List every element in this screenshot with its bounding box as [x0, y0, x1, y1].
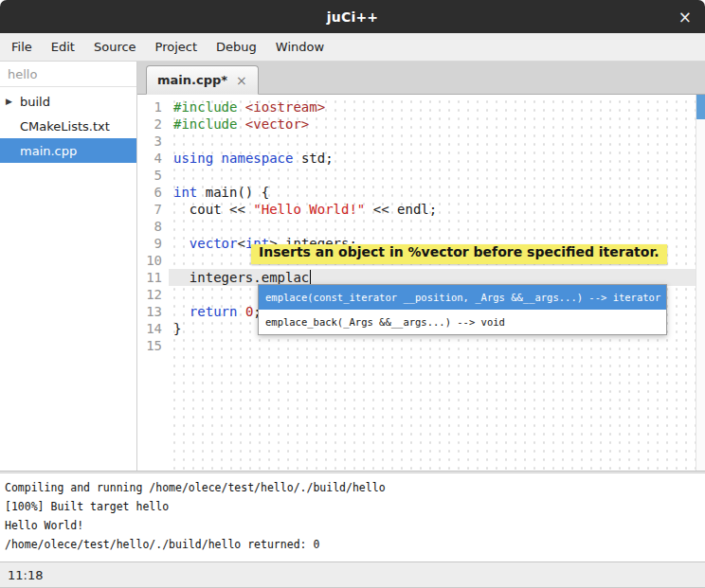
- line-number: 9: [137, 235, 162, 252]
- tab-label: main.cpp*: [157, 73, 227, 87]
- titlebar: juCi++ ×: [0, 0, 705, 33]
- scrollbar-thumb[interactable]: [696, 95, 705, 119]
- file-tree-item-build[interactable]: ▶build: [0, 89, 136, 114]
- code-token: using: [173, 151, 213, 166]
- output-line: /home/olece/test/hello/./build/hello ret…: [5, 535, 700, 554]
- jucipp-window: juCi++ × FileEditSourceProjectDebugWindo…: [0, 0, 705, 588]
- code-token: integers.emplac: [173, 270, 309, 285]
- line-number: 10: [137, 252, 162, 269]
- menu-item-debug[interactable]: Debug: [207, 33, 266, 61]
- code-line-4[interactable]: using namespace std;: [169, 150, 696, 167]
- menu-item-project[interactable]: Project: [146, 33, 207, 61]
- code-editor[interactable]: 123456789101112131415 #include <iostream…: [137, 95, 705, 471]
- line-number: 2: [137, 116, 162, 133]
- code-token: [237, 304, 244, 319]
- autocomplete-item-1[interactable]: emplace_back(_Args &&__args...) --> void: [259, 310, 666, 334]
- code-token: <iostream>: [245, 99, 325, 115]
- code-token: #include: [173, 116, 245, 132]
- line-number: 12: [137, 286, 162, 303]
- tab-bar: main.cpp* ×: [137, 62, 705, 95]
- line-number: 7: [137, 201, 162, 218]
- code-token: return: [190, 304, 238, 319]
- file-tree-label: main.cpp: [20, 144, 77, 158]
- code-token: std;: [293, 151, 333, 166]
- text-caret: [310, 270, 311, 284]
- main-area: hello ▶buildCMakeLists.txtmain.cpp main.…: [0, 62, 705, 471]
- menu-item-edit[interactable]: Edit: [42, 33, 84, 61]
- autocomplete-item-0[interactable]: emplace(const_iterator __position, _Args…: [259, 285, 666, 310]
- code-token: main() {: [197, 185, 269, 200]
- line-number: 3: [137, 133, 162, 150]
- line-number: 5: [137, 167, 162, 184]
- gutter: 123456789101112131415: [137, 95, 169, 471]
- file-tree-item-main-cpp[interactable]: main.cpp: [0, 138, 136, 163]
- code-line-8[interactable]: [169, 218, 696, 235]
- code-token: [173, 236, 190, 251]
- output-line: Compiling and running /home/olece/test/h…: [5, 478, 700, 497]
- code-line-6[interactable]: int main() {: [169, 184, 696, 201]
- editor-scrollbar[interactable]: [696, 95, 705, 471]
- code-token: cout <<: [173, 202, 253, 217]
- tab-close-icon[interactable]: ×: [236, 73, 247, 88]
- editor-column: main.cpp* × 123456789101112131415 #inclu…: [137, 62, 705, 471]
- output-panel[interactable]: Compiling and running /home/olece/test/h…: [0, 473, 705, 561]
- code-token: int: [173, 185, 197, 200]
- menubar: FileEditSourceProjectDebugWindow: [0, 33, 705, 62]
- menu-item-window[interactable]: Window: [266, 33, 334, 61]
- line-number: 4: [137, 150, 162, 167]
- code-line-2[interactable]: #include <vector>: [169, 116, 696, 133]
- line-number: 8: [137, 218, 162, 235]
- expander-icon[interactable]: ▶: [6, 97, 20, 106]
- autocomplete-popup: emplace(const_iterator __position, _Args…: [258, 284, 667, 335]
- file-tree-panel: hello ▶buildCMakeLists.txtmain.cpp: [0, 62, 137, 471]
- code-line-15[interactable]: [169, 337, 696, 354]
- doc-tooltip: Inserts an object in %vector before spec…: [251, 244, 667, 264]
- code-line-1[interactable]: #include <iostream>: [169, 98, 696, 116]
- window-title: juCi++: [327, 9, 379, 25]
- project-name: hello: [0, 62, 136, 87]
- code-line-5[interactable]: [169, 167, 696, 184]
- file-tree-label: build: [20, 95, 50, 109]
- code-token: "Hello World!": [253, 202, 365, 217]
- code-token: <: [237, 236, 244, 251]
- status-bar: 11:18: [0, 561, 705, 587]
- output-line: Hello World!: [5, 516, 700, 535]
- code-token: <vector>: [245, 116, 309, 132]
- file-tree-label: CMakeLists.txt: [20, 119, 110, 134]
- line-number: 15: [137, 337, 162, 354]
- line-number: 6: [137, 184, 162, 201]
- code-token: [213, 151, 221, 166]
- tab-main-cpp[interactable]: main.cpp* ×: [146, 65, 259, 95]
- file-tree-item-cmakelists-txt[interactable]: CMakeLists.txt: [0, 114, 136, 138]
- cursor-position: 11:18: [8, 568, 43, 582]
- file-tree: ▶buildCMakeLists.txtmain.cpp: [0, 87, 136, 163]
- code-token: }: [173, 321, 181, 336]
- code-token: namespace: [222, 151, 294, 166]
- line-number: 1: [137, 98, 162, 116]
- line-number: 11: [137, 269, 162, 286]
- window-close-icon[interactable]: ×: [678, 9, 692, 25]
- menu-item-file[interactable]: File: [2, 33, 42, 61]
- code-line-7[interactable]: cout << "Hello World!" << endl;: [169, 201, 696, 218]
- code-area[interactable]: #include <iostream>#include <vector>usin…: [169, 95, 696, 471]
- code-line-3[interactable]: [169, 133, 696, 150]
- code-token: [173, 304, 190, 319]
- line-number: 14: [137, 320, 162, 337]
- code-token: #include: [173, 99, 245, 115]
- code-token: vector: [190, 236, 238, 251]
- output-line: [100%] Built target hello: [5, 497, 700, 516]
- menu-item-source[interactable]: Source: [84, 33, 146, 61]
- code-token: << endl;: [365, 202, 437, 217]
- line-number: 13: [137, 303, 162, 320]
